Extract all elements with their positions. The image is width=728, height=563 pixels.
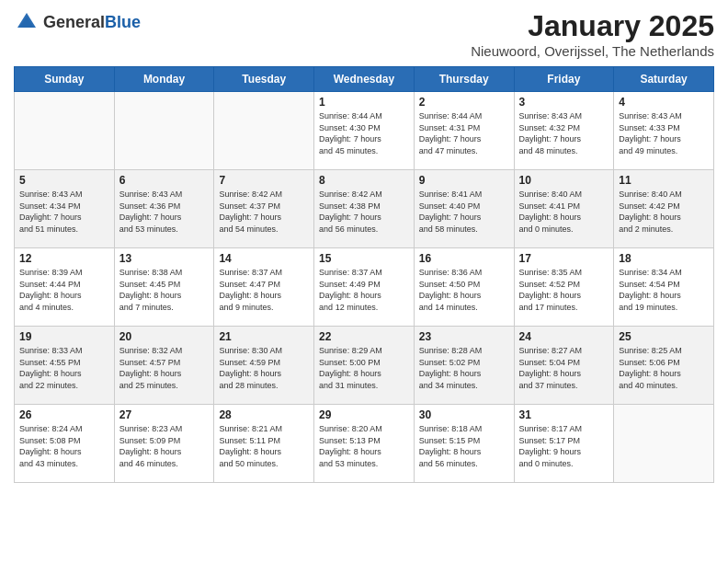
- day-cell: 19Sunrise: 8:33 AM Sunset: 4:55 PM Dayli…: [15, 327, 115, 405]
- day-number: 20: [119, 330, 210, 343]
- day-info: Sunrise: 8:43 AM Sunset: 4:36 PM Dayligh…: [119, 189, 210, 235]
- week-row-5: 26Sunrise: 8:24 AM Sunset: 5:08 PM Dayli…: [15, 405, 714, 483]
- calendar-table: SundayMondayTuesdayWednesdayThursdayFrid…: [14, 66, 714, 483]
- day-number: 24: [519, 330, 609, 343]
- day-info: Sunrise: 8:21 AM Sunset: 5:11 PM Dayligh…: [219, 423, 309, 469]
- day-number: 15: [319, 252, 409, 265]
- day-info: Sunrise: 8:44 AM Sunset: 4:30 PM Dayligh…: [319, 110, 409, 156]
- day-cell: 15Sunrise: 8:37 AM Sunset: 4:49 PM Dayli…: [314, 248, 415, 327]
- day-info: Sunrise: 8:24 AM Sunset: 5:08 PM Dayligh…: [19, 423, 109, 469]
- header-cell-friday: Friday: [514, 67, 614, 92]
- header-cell-saturday: Saturday: [614, 67, 714, 92]
- day-info: Sunrise: 8:43 AM Sunset: 4:32 PM Dayligh…: [519, 110, 609, 156]
- day-number: 2: [419, 96, 509, 109]
- header: GeneralBlue January 2025 Nieuwoord, Over…: [14, 9, 714, 59]
- day-cell: 31Sunrise: 8:17 AM Sunset: 5:17 PM Dayli…: [514, 405, 614, 483]
- day-cell: [114, 92, 214, 170]
- day-cell: 8Sunrise: 8:42 AM Sunset: 4:38 PM Daylig…: [314, 170, 415, 248]
- day-info: Sunrise: 8:35 AM Sunset: 4:52 PM Dayligh…: [519, 267, 609, 313]
- day-info: Sunrise: 8:42 AM Sunset: 4:37 PM Dayligh…: [219, 189, 309, 235]
- day-number: 22: [319, 330, 409, 343]
- day-info: Sunrise: 8:33 AM Sunset: 4:55 PM Dayligh…: [19, 345, 109, 391]
- day-info: Sunrise: 8:43 AM Sunset: 4:33 PM Dayligh…: [619, 110, 709, 156]
- day-info: Sunrise: 8:37 AM Sunset: 4:47 PM Dayligh…: [219, 267, 309, 313]
- day-info: Sunrise: 8:34 AM Sunset: 4:54 PM Dayligh…: [619, 267, 709, 313]
- day-cell: 10Sunrise: 8:40 AM Sunset: 4:41 PM Dayli…: [514, 170, 614, 248]
- day-info: Sunrise: 8:40 AM Sunset: 4:41 PM Dayligh…: [519, 189, 609, 235]
- day-number: 12: [19, 252, 109, 265]
- day-cell: 21Sunrise: 8:30 AM Sunset: 4:59 PM Dayli…: [214, 327, 314, 405]
- day-cell: 22Sunrise: 8:29 AM Sunset: 5:00 PM Dayli…: [314, 327, 415, 405]
- day-info: Sunrise: 8:43 AM Sunset: 4:34 PM Dayligh…: [19, 189, 109, 235]
- day-info: Sunrise: 8:42 AM Sunset: 4:38 PM Dayligh…: [319, 189, 409, 235]
- day-cell: 30Sunrise: 8:18 AM Sunset: 5:15 PM Dayli…: [414, 405, 514, 483]
- day-number: 10: [519, 174, 609, 187]
- day-number: 26: [19, 408, 109, 421]
- day-info: Sunrise: 8:41 AM Sunset: 4:40 PM Dayligh…: [419, 189, 509, 235]
- day-number: 19: [19, 330, 109, 343]
- day-number: 28: [219, 408, 309, 421]
- day-cell: [214, 92, 314, 170]
- day-cell: 25Sunrise: 8:25 AM Sunset: 5:06 PM Dayli…: [614, 327, 714, 405]
- day-number: 8: [319, 174, 409, 187]
- calendar-title: January 2025: [471, 9, 714, 43]
- day-number: 17: [519, 252, 609, 265]
- day-number: 23: [419, 330, 509, 343]
- day-number: 3: [519, 96, 609, 109]
- day-cell: [614, 405, 714, 483]
- day-info: Sunrise: 8:17 AM Sunset: 5:17 PM Dayligh…: [519, 423, 609, 469]
- day-cell: 7Sunrise: 8:42 AM Sunset: 4:37 PM Daylig…: [214, 170, 314, 248]
- day-cell: 3Sunrise: 8:43 AM Sunset: 4:32 PM Daylig…: [514, 92, 614, 170]
- day-number: 4: [619, 96, 709, 109]
- day-info: Sunrise: 8:30 AM Sunset: 4:59 PM Dayligh…: [219, 345, 309, 391]
- day-cell: 14Sunrise: 8:37 AM Sunset: 4:47 PM Dayli…: [214, 248, 314, 327]
- day-cell: 6Sunrise: 8:43 AM Sunset: 4:36 PM Daylig…: [114, 170, 214, 248]
- day-cell: 27Sunrise: 8:23 AM Sunset: 5:09 PM Dayli…: [114, 405, 214, 483]
- day-number: 6: [119, 174, 210, 187]
- day-cell: 5Sunrise: 8:43 AM Sunset: 4:34 PM Daylig…: [15, 170, 115, 248]
- day-cell: 24Sunrise: 8:27 AM Sunset: 5:04 PM Dayli…: [514, 327, 614, 405]
- day-info: Sunrise: 8:37 AM Sunset: 4:49 PM Dayligh…: [319, 267, 409, 313]
- day-info: Sunrise: 8:18 AM Sunset: 5:15 PM Dayligh…: [419, 423, 509, 469]
- day-info: Sunrise: 8:28 AM Sunset: 5:02 PM Dayligh…: [419, 345, 509, 391]
- day-number: 13: [119, 252, 210, 265]
- day-number: 27: [119, 408, 210, 421]
- week-row-1: 1Sunrise: 8:44 AM Sunset: 4:30 PM Daylig…: [15, 92, 714, 170]
- calendar-header: SundayMondayTuesdayWednesdayThursdayFrid…: [15, 67, 714, 92]
- week-row-2: 5Sunrise: 8:43 AM Sunset: 4:34 PM Daylig…: [15, 170, 714, 248]
- logo-text-blue: Blue: [105, 13, 141, 31]
- day-info: Sunrise: 8:27 AM Sunset: 5:04 PM Dayligh…: [519, 345, 609, 391]
- day-number: 30: [419, 408, 509, 421]
- day-cell: [15, 92, 115, 170]
- day-cell: 18Sunrise: 8:34 AM Sunset: 4:54 PM Dayli…: [614, 248, 714, 327]
- day-cell: 29Sunrise: 8:20 AM Sunset: 5:13 PM Dayli…: [314, 405, 415, 483]
- header-cell-sunday: Sunday: [15, 67, 115, 92]
- day-number: 9: [419, 174, 509, 187]
- day-cell: 17Sunrise: 8:35 AM Sunset: 4:52 PM Dayli…: [514, 248, 614, 327]
- day-cell: 26Sunrise: 8:24 AM Sunset: 5:08 PM Dayli…: [15, 405, 115, 483]
- day-info: Sunrise: 8:39 AM Sunset: 4:44 PM Dayligh…: [19, 267, 109, 313]
- day-info: Sunrise: 8:23 AM Sunset: 5:09 PM Dayligh…: [119, 423, 210, 469]
- title-area: January 2025 Nieuwoord, Overijssel, The …: [471, 9, 714, 59]
- day-cell: 9Sunrise: 8:41 AM Sunset: 4:40 PM Daylig…: [414, 170, 514, 248]
- day-cell: 2Sunrise: 8:44 AM Sunset: 4:31 PM Daylig…: [414, 92, 514, 170]
- day-number: 5: [19, 174, 109, 187]
- logo-text-general: General: [43, 13, 105, 31]
- day-cell: 16Sunrise: 8:36 AM Sunset: 4:50 PM Dayli…: [414, 248, 514, 327]
- day-cell: 28Sunrise: 8:21 AM Sunset: 5:11 PM Dayli…: [214, 405, 314, 483]
- logo-icon: [14, 9, 40, 35]
- week-row-4: 19Sunrise: 8:33 AM Sunset: 4:55 PM Dayli…: [15, 327, 714, 405]
- day-info: Sunrise: 8:20 AM Sunset: 5:13 PM Dayligh…: [319, 423, 409, 469]
- day-number: 14: [219, 252, 309, 265]
- calendar-body: 1Sunrise: 8:44 AM Sunset: 4:30 PM Daylig…: [15, 92, 714, 483]
- header-row: SundayMondayTuesdayWednesdayThursdayFrid…: [15, 67, 714, 92]
- day-cell: 11Sunrise: 8:40 AM Sunset: 4:42 PM Dayli…: [614, 170, 714, 248]
- day-cell: 4Sunrise: 8:43 AM Sunset: 4:33 PM Daylig…: [614, 92, 714, 170]
- day-info: Sunrise: 8:38 AM Sunset: 4:45 PM Dayligh…: [119, 267, 210, 313]
- day-number: 1: [319, 96, 409, 109]
- header-cell-wednesday: Wednesday: [314, 67, 415, 92]
- day-info: Sunrise: 8:36 AM Sunset: 4:50 PM Dayligh…: [419, 267, 509, 313]
- logo: GeneralBlue: [14, 9, 141, 35]
- day-number: 16: [419, 252, 509, 265]
- week-row-3: 12Sunrise: 8:39 AM Sunset: 4:44 PM Dayli…: [15, 248, 714, 327]
